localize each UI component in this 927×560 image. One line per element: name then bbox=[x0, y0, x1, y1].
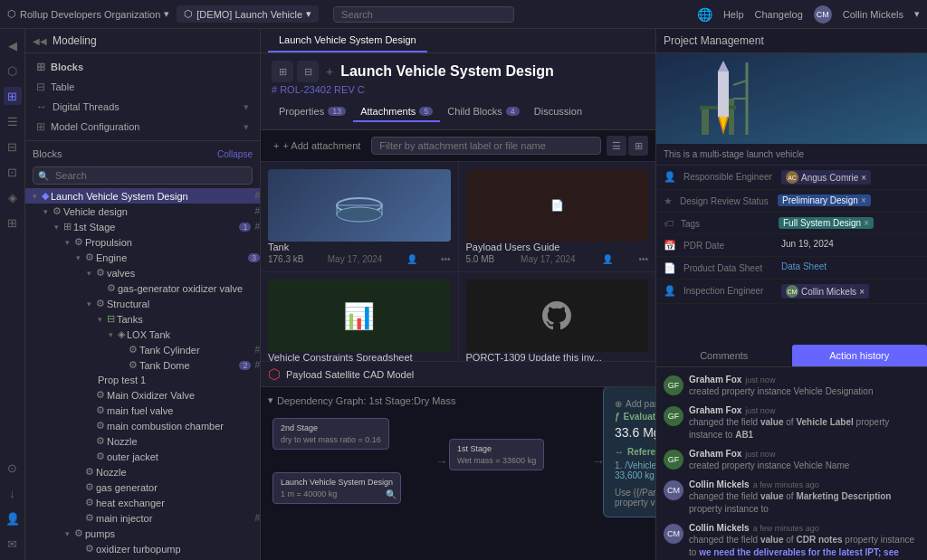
tree-item-outer-jacket[interactable]: ⚙ outer jacket bbox=[25, 449, 260, 464]
tree-item-heat-exch[interactable]: ⚙ heat exchanger bbox=[25, 495, 260, 510]
sidebar-collapse-btn[interactable]: ◀ bbox=[4, 36, 22, 54]
tree-toggle[interactable]: ▾ bbox=[62, 529, 72, 538]
block-view-btn2[interactable]: ⊟ bbox=[297, 61, 319, 82]
dep-graph-header[interactable]: ▾ Dependency Graph: 1st Stage:Dry Mass bbox=[268, 394, 648, 406]
tree-item-pumps[interactable]: ▾ ⚙ pumps bbox=[25, 526, 260, 541]
tree-label: Tank Cylinder bbox=[139, 345, 251, 356]
calendar-icon: 📅 bbox=[664, 240, 676, 252]
block-view-btn1[interactable]: ⊞ bbox=[272, 61, 293, 82]
sidebar-icon-5[interactable]: ⊞ bbox=[4, 214, 22, 232]
collapse-link[interactable]: Collapse bbox=[217, 149, 253, 159]
data-sheet-link[interactable]: Data Sheet bbox=[781, 261, 827, 271]
tree-toggle[interactable]: ▾ bbox=[83, 299, 94, 308]
tab-action-history[interactable]: Action history bbox=[792, 345, 928, 366]
attachment-item-constraints[interactable]: 📊 Vehicle Constraints Spreadsheet May 17… bbox=[261, 272, 458, 361]
satellite-cad-row[interactable]: ⬡ Payload Satellite CAD Model bbox=[261, 361, 655, 386]
tab-comments[interactable]: Comments bbox=[656, 345, 792, 366]
nav-table[interactable]: ⊟ Table bbox=[25, 77, 260, 97]
sidebar-icon-bottom3[interactable]: 👤 bbox=[4, 509, 22, 527]
attachment-item-porct[interactable]: PORCT-1309 Update this inv... May 18, 20… bbox=[459, 272, 656, 361]
tree-item-tank-dome[interactable]: ⚙ Tank Dome 2 # bbox=[25, 357, 260, 373]
dep-node-1st-stage-wet[interactable]: 1st Stage Wet mass = 33600 kg bbox=[449, 439, 544, 470]
org-switcher[interactable]: ⬡ Rollup Developers Organization ▾ bbox=[7, 8, 169, 20]
tree-item-nozzle2[interactable]: ⚙ Nozzle bbox=[25, 464, 260, 479]
nav-model-config[interactable]: ⊞ Model Configuration ▾ bbox=[25, 117, 260, 137]
demo-tab[interactable]: ⬡ [DEMO] Launch Vehicle ▾ bbox=[177, 5, 319, 23]
help-link[interactable]: Help bbox=[723, 9, 744, 20]
list-view-btn[interactable]: ☰ bbox=[607, 136, 626, 156]
activity-item: CM Collin Mickels a few minutes ago chan… bbox=[664, 479, 920, 516]
sidebar-icon-table[interactable]: ☰ bbox=[4, 112, 22, 130]
zoom-icon[interactable]: 🔍 bbox=[386, 489, 397, 501]
sidebar-icon-bottom4[interactable]: ✉ bbox=[4, 535, 22, 553]
tree-item-main-fuel[interactable]: ⚙ main fuel valve bbox=[25, 403, 260, 418]
tree-search-box[interactable]: 🔍 bbox=[33, 166, 253, 185]
tree-item-combustion[interactable]: ⚙ main combustion chamber bbox=[25, 418, 260, 433]
tree-item-engine[interactable]: ▾ ⚙ Engine 3 bbox=[25, 250, 260, 265]
sidebar-icon-threads[interactable]: ⊟ bbox=[4, 138, 22, 156]
tab-attachments[interactable]: Attachments 5 bbox=[353, 102, 440, 122]
add-param-btn[interactable]: ⊕ Add parameter from Data Source bbox=[615, 396, 655, 412]
tree-item-valves[interactable]: ▾ ⚙ valves bbox=[25, 265, 260, 280]
sidebar-icon-4[interactable]: ◈ bbox=[4, 188, 22, 206]
remove-tag-btn[interactable]: × bbox=[861, 195, 866, 205]
tree-item-nozzle1[interactable]: ⚙ Nozzle bbox=[25, 433, 260, 449]
cad-icon: ⬡ bbox=[268, 365, 281, 383]
add-attachment-btn[interactable]: + + Add attachment bbox=[268, 138, 366, 154]
tree-item-propulsion[interactable]: ▾ ⚙ Propulsion bbox=[25, 234, 260, 250]
tree-item-tanks[interactable]: ▾ ⊟ Tanks bbox=[25, 311, 260, 327]
attachment-more-btn[interactable]: ••• bbox=[441, 254, 451, 264]
search-input[interactable] bbox=[333, 6, 514, 23]
avatar[interactable]: CM bbox=[814, 5, 832, 24]
block-icon: ⚙ bbox=[85, 481, 94, 493]
nav-digital-threads[interactable]: ↔ Digital Threads ▾ bbox=[25, 97, 260, 117]
sidebar-icon-home[interactable]: ⬡ bbox=[4, 62, 22, 80]
tree-item-fuel-turbo[interactable]: ⚙ fuel turbopump bbox=[25, 556, 260, 560]
tree-item-prop-test[interactable]: Prop test 1 bbox=[25, 373, 260, 387]
tree-toggle[interactable]: ▾ bbox=[72, 253, 83, 262]
tree-item-1st-stage[interactable]: ▾ ⊞ 1st Stage 1 # bbox=[25, 219, 260, 234]
dep-node-lvsd[interactable]: Launch Vehicle System Design 1 m = 40000… bbox=[272, 472, 401, 504]
tree-item-lox-tank[interactable]: ▾ ◈ LOX Tank bbox=[25, 327, 260, 342]
attachment-more-btn[interactable]: ••• bbox=[638, 254, 648, 264]
sidebar-icon-blocks[interactable]: ⊞ bbox=[4, 87, 22, 105]
grid-view-btn[interactable]: ⊞ bbox=[628, 136, 648, 156]
sidebar-icon-bottom1[interactable]: ⊙ bbox=[4, 459, 22, 477]
tree-toggle[interactable]: ▾ bbox=[83, 269, 94, 278]
remove-tag-btn[interactable]: × bbox=[864, 218, 869, 228]
block-icons: ⊞ ⊟ bbox=[272, 61, 319, 82]
tree-item-structural[interactable]: ▾ ⚙ Structural bbox=[25, 296, 260, 311]
tree-search-input[interactable] bbox=[33, 166, 253, 185]
dep-node-2nd-stage[interactable]: 2nd Stage dry to wet mass ratio = 0.16 bbox=[272, 418, 389, 450]
user-name[interactable]: Collin Mickels bbox=[843, 9, 903, 20]
tree-item-main-inj[interactable]: ⚙ main injector # bbox=[25, 510, 260, 526]
remove-inspector-btn[interactable]: × bbox=[859, 287, 865, 297]
tab-discussion[interactable]: Discussion bbox=[527, 102, 589, 122]
tab-child-blocks[interactable]: Child Blocks 4 bbox=[440, 102, 527, 122]
attachment-item-payload-guide[interactable]: 📄 Payload Users Guide 5.0 MB May 17, 202… bbox=[459, 162, 656, 271]
global-search[interactable] bbox=[333, 6, 514, 23]
sidebar-icon-3[interactable]: ⊡ bbox=[4, 163, 22, 181]
tree-item-gas-gen2[interactable]: ⚙ gas generator bbox=[25, 479, 260, 495]
tree-item-tank-cylinder[interactable]: ⚙ Tank Cylinder # bbox=[25, 342, 260, 357]
remove-engineer-btn[interactable]: × bbox=[861, 173, 866, 183]
filter-input[interactable] bbox=[371, 137, 601, 155]
tree-toggle[interactable]: ▾ bbox=[40, 207, 51, 216]
tree-toggle[interactable]: ▾ bbox=[62, 238, 72, 247]
tree-toggle[interactable]: ▾ bbox=[94, 315, 105, 324]
tree-toggle[interactable]: ▾ bbox=[51, 223, 62, 232]
center-tab-active[interactable]: Launch Vehicle System Design bbox=[268, 29, 427, 52]
collapse-arrow[interactable]: ◀◀ bbox=[33, 36, 47, 46]
tree-toggle[interactable]: ▾ bbox=[29, 192, 40, 201]
tree-item-launch-vehicle[interactable]: ▾ ◆ Launch Vehicle System Design # bbox=[25, 188, 260, 204]
tree-item-oxidizer-turbo[interactable]: ⚙ oxidizer turbopump bbox=[25, 541, 260, 556]
nav-blocks[interactable]: ⊞ Blocks bbox=[25, 57, 260, 77]
tree-toggle[interactable]: ▾ bbox=[105, 330, 116, 339]
tree-item-main-oxidizer[interactable]: ⚙ Main Oxidizer Valve bbox=[25, 387, 260, 403]
changelog-link[interactable]: Changelog bbox=[755, 9, 803, 20]
sidebar-icon-bottom2[interactable]: ↓ bbox=[4, 484, 22, 502]
attachment-item-tank[interactable]: Tank 176.3 kB May 17, 2024 👤 ••• bbox=[261, 162, 458, 271]
tree-item-vehicle-design[interactable]: ▾ ⚙ Vehicle design # bbox=[25, 204, 260, 219]
tab-properties[interactable]: Properties 13 bbox=[272, 102, 353, 122]
tree-item-gas-gen[interactable]: ⚙ gas-generator oxidizer valve bbox=[25, 280, 260, 296]
